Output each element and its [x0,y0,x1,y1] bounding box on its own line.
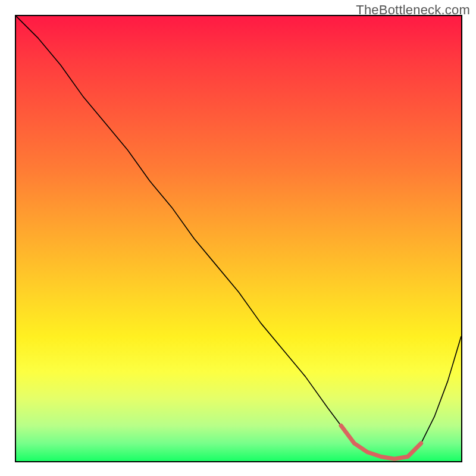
highlight-band-path [341,425,421,459]
watermark-text: TheBottleneck.com [356,2,470,18]
plot-area [15,15,462,462]
chart-container: TheBottleneck.com [0,0,476,476]
curve-layer [16,16,461,461]
bottleneck-curve-path [16,16,461,459]
